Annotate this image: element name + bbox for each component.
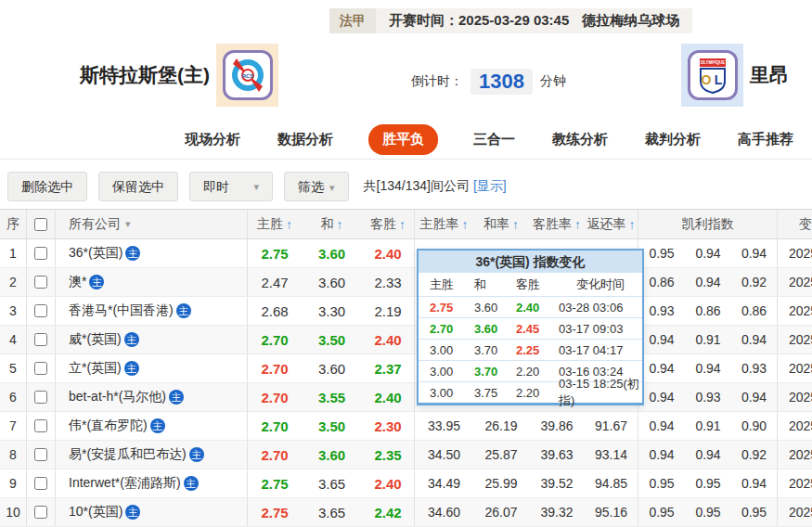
row-checkbox[interactable] [34,247,47,260]
row-checkbox[interactable] [34,419,47,432]
odds-table-row[interactable]: 2 澳* 主 2.47 3.60 2.33 0.86 0.94 0.92 202… [0,268,812,297]
away-odds-cell[interactable]: 2.40 [362,239,415,267]
away-odds-cell[interactable]: 2.42 [362,498,415,526]
filter-button[interactable]: 筛选▾ [284,172,349,201]
home-team-logo: RCS [216,44,278,107]
odds-table-row[interactable]: 6 bet-at-h*(马尔他) 主 2.70 3.55 2.40 0.94 0… [0,383,812,412]
row-checkbox[interactable] [34,333,47,346]
draw-odds-cell[interactable]: 3.65 [302,469,362,497]
popup-header-draw: 和 [474,276,516,293]
header-draw-rate[interactable]: 和率↑ [473,210,529,238]
home-odds-cell[interactable]: 2.70 [248,326,302,353]
away-odds-cell[interactable]: 2.37 [362,354,415,382]
row-checkbox[interactable] [34,276,47,289]
select-all-checkbox[interactable] [34,218,47,231]
home-odds-cell[interactable]: 2.75 [248,239,302,267]
show-link[interactable]: [显示] [473,178,507,193]
change-time-cell: 2025-0 [778,326,812,353]
draw-odds-cell[interactable]: 3.55 [302,383,362,411]
row-checkbox[interactable] [34,304,47,317]
home-odds-cell[interactable]: 2.70 [248,412,302,440]
odds-table-row[interactable]: 7 伟*(直布罗陀) 主 2.70 3.50 2.30 33.95 26.19 … [0,412,812,441]
draw-odds-cell[interactable]: 3.50 [302,326,362,353]
nav-tab[interactable]: 裁判分析 [643,124,702,155]
home-odds-cell[interactable]: 2.70 [248,354,302,382]
header-return-rate[interactable]: 返还率↑ [585,210,638,238]
draw-odds-cell[interactable]: 3.60 [302,354,362,382]
popup-header-row: 主胜 和 客胜 变化时间 [419,273,642,296]
change-time-cell: 2025-0 [778,469,812,497]
away-odds-cell[interactable]: 2.40 [362,469,415,497]
row-checkbox[interactable] [34,362,47,375]
away-odds-cell[interactable]: 2.19 [362,297,415,325]
company-cell[interactable]: Interwet*(塞浦路斯) 主 [56,469,248,497]
odds-table-row[interactable]: 5 立*(英国) 主 2.70 3.60 2.37 0.94 0.94 0.93… [0,354,812,383]
nav-tab[interactable]: 胜平负 [368,124,438,155]
home-odds-cell[interactable]: 2.70 [248,383,302,411]
sort-asc-icon: ↑ [629,217,636,232]
home-odds-cell[interactable]: 2.75 [248,498,302,526]
nav-tab[interactable]: 三合一 [471,124,517,155]
company-cell[interactable]: 10*(英国) 主 [56,498,248,526]
nav-tab[interactable]: 高手推荐 [736,124,795,155]
return-rate-cell: 91.67 [585,412,638,440]
company-cell[interactable]: 易*(安提瓜和巴布达) 主 [56,441,248,469]
odds-table-row[interactable]: 9 Interwet*(塞浦路斯) 主 2.75 3.65 2.40 34.49… [0,469,812,498]
company-cell[interactable]: 伟*(直布罗陀) 主 [56,412,248,440]
home-odds-cell[interactable]: 2.70 [248,441,302,469]
popup-draw-odds: 3.75 [474,386,516,400]
live-odds-select[interactable]: 即时 ▾ [189,172,273,201]
home-odds-cell[interactable]: 2.75 [248,469,302,497]
company-cell[interactable]: 香港马*(中国香港) 主 [56,297,248,325]
kelly-home-cell: 0.94 [638,383,685,411]
company-cell[interactable]: bet-at-h*(马尔他) 主 [56,383,248,411]
home-odds-cell[interactable]: 2.47 [248,268,302,296]
header-checkbox-cell[interactable] [27,210,56,238]
company-cell[interactable]: 立*(英国) 主 [56,354,248,382]
league-tag: 法甲 [329,8,376,33]
odds-table-row[interactable]: 3 香港马*(中国香港) 主 2.68 3.30 2.19 0.93 0.86 … [0,297,812,326]
kelly-draw-cell: 0.95 [685,498,731,526]
draw-odds-cell[interactable]: 3.65 [302,498,362,526]
nav-tab[interactable]: 数据分析 [276,124,335,155]
live-odds-selected-value: 即时 [203,173,229,200]
header-home-rate[interactable]: 主胜率↑ [415,210,473,238]
company-cell[interactable]: 威*(英国) 主 [56,326,248,353]
keep-selected-button[interactable]: 保留选中 [98,172,178,201]
row-checkbox[interactable] [34,448,47,461]
header-company[interactable]: 所有公司▾ [56,210,248,238]
draw-odds-cell[interactable]: 3.60 [302,268,362,296]
popup-away-odds: 2.20 [516,386,559,400]
odds-table-row[interactable]: 1 36*(英国) 主 2.75 3.60 2.40 0.95 0.94 0.9… [0,239,812,268]
away-odds-cell[interactable]: 2.40 [362,326,415,353]
change-time-cell: 2025-0 [778,383,812,411]
nav-tab[interactable]: 现场分析 [183,124,242,155]
away-odds-cell[interactable]: 2.30 [362,412,415,440]
nav-tab[interactable]: 教练分析 [550,124,610,155]
odds-table-row[interactable]: 4 威*(英国) 主 2.70 3.50 2.40 0.94 0.91 0.94… [0,326,812,354]
row-checkbox[interactable] [34,391,47,404]
company-cell[interactable]: 36*(英国) 主 [56,239,248,267]
company-cell[interactable]: 澳* 主 [56,268,248,296]
change-time-cell: 2025-0 [778,239,812,267]
row-checkbox[interactable] [34,477,47,490]
delete-selected-button[interactable]: 删除选中 [7,172,87,201]
odds-table-row[interactable]: 8 易*(安提瓜和巴布达) 主 2.70 3.60 2.35 34.50 25.… [0,441,812,469]
odds-table-row[interactable]: 10 10*(英国) 主 2.75 3.65 2.42 34.60 26.07 … [0,498,812,527]
row-checkbox[interactable] [34,506,47,519]
header-away-odds[interactable]: 客胜↑ [362,210,415,238]
away-odds-cell[interactable]: 2.40 [362,383,415,411]
draw-odds-cell[interactable]: 3.30 [302,297,362,325]
away-odds-cell[interactable]: 2.35 [362,441,415,469]
header-away-rate[interactable]: 客胜率↑ [529,210,585,238]
row-checkbox-cell [27,498,56,526]
draw-odds-cell[interactable]: 3.60 [302,239,362,267]
header-draw-odds[interactable]: 和↑ [302,210,362,238]
away-odds-value: 2.30 [374,418,401,434]
kelly-home-cell: 0.95 [638,469,685,497]
home-odds-cell[interactable]: 2.68 [248,297,302,325]
away-odds-cell[interactable]: 2.33 [362,268,415,296]
draw-odds-cell[interactable]: 3.60 [302,441,362,469]
draw-odds-cell[interactable]: 3.50 [302,412,362,440]
header-home-odds[interactable]: 主胜↑ [248,210,302,238]
